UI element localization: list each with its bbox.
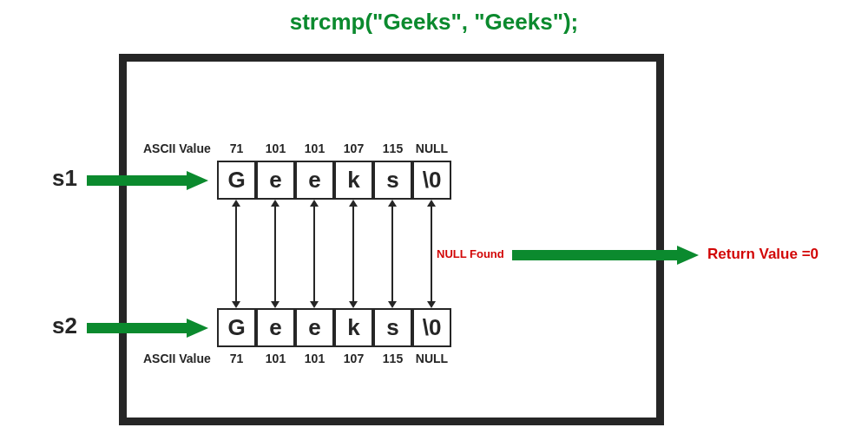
s2-ascii-label: ASCII Value xyxy=(143,352,211,365)
s2-cell: \0 xyxy=(412,308,451,347)
return-arrow-icon xyxy=(512,246,699,265)
s1-cell: e xyxy=(256,161,295,200)
s2-ascii-cell: 101 xyxy=(295,352,334,365)
svg-marker-1 xyxy=(187,171,208,190)
s2-cell: s xyxy=(373,308,412,347)
s1-ascii-label: ASCII Value xyxy=(143,141,211,155)
s1-cell: e xyxy=(295,161,334,200)
s2-arrow-icon xyxy=(87,319,208,338)
s1-cell: s xyxy=(373,161,412,200)
s1-cell: \0 xyxy=(412,161,451,200)
s1-cell: k xyxy=(334,161,373,200)
compare-arrows-icon xyxy=(217,200,451,308)
s1-ascii-cell: 101 xyxy=(295,141,334,155)
s2-ascii-cell: 107 xyxy=(334,352,373,365)
svg-rect-0 xyxy=(87,175,187,186)
s1-ascii-row: 71 101 101 107 115 NULL xyxy=(217,141,451,155)
s2-ascii-cell: 71 xyxy=(217,352,256,365)
svg-marker-6 xyxy=(677,246,699,265)
s1-ascii-cell: 115 xyxy=(373,141,412,155)
s1-ascii-cell: 107 xyxy=(334,141,373,155)
svg-rect-7 xyxy=(87,323,187,333)
s2-ascii-cell: NULL xyxy=(412,352,451,365)
diagram-title: strcmp("Geeks", "Geeks"); xyxy=(0,9,868,36)
s2-ascii-cell: 115 xyxy=(373,352,412,365)
s2-label: s2 xyxy=(52,312,77,339)
s1-ascii-cell: NULL xyxy=(412,141,451,155)
s2-ascii-row: 71 101 101 107 115 NULL xyxy=(217,352,451,365)
s1-label: s1 xyxy=(52,165,77,192)
svg-marker-8 xyxy=(187,319,208,338)
s1-char-row: G e e k s \0 xyxy=(217,161,451,200)
s1-ascii-cell: 71 xyxy=(217,141,256,155)
s2-cell: e xyxy=(256,308,295,347)
s1-ascii-cell: 101 xyxy=(256,141,295,155)
s2-cell: G xyxy=(217,308,256,347)
svg-rect-5 xyxy=(512,250,677,260)
s2-cell: e xyxy=(295,308,334,347)
s2-cell: k xyxy=(334,308,373,347)
s2-char-row: G e e k s \0 xyxy=(217,308,451,347)
s1-arrow-icon xyxy=(87,171,208,190)
return-value-label: Return Value =0 xyxy=(707,246,819,263)
s1-cell: G xyxy=(217,161,256,200)
null-found-label: NULL Found xyxy=(437,247,504,260)
s2-ascii-cell: 101 xyxy=(256,352,295,365)
